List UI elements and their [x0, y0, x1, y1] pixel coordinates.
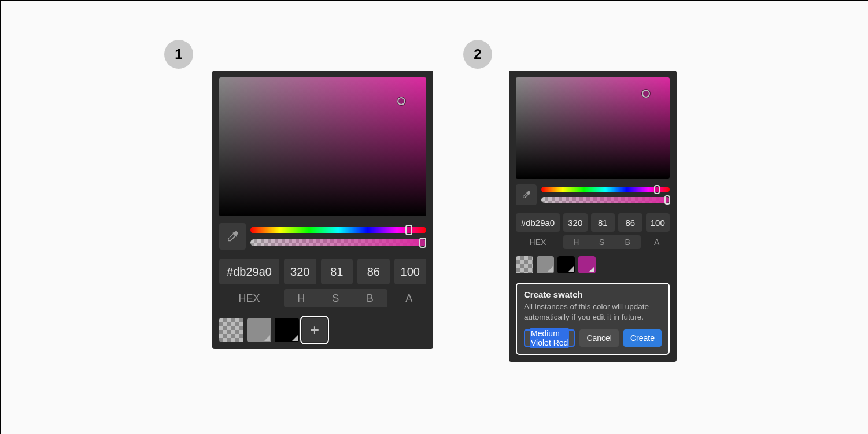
editable-corner-icon	[292, 335, 298, 341]
editable-corner-icon	[589, 266, 594, 272]
popover-title: Create swatch	[524, 290, 662, 299]
a-label: A	[644, 235, 670, 249]
s-label: S	[589, 235, 615, 249]
editable-corner-icon	[568, 266, 574, 272]
editable-corner-icon	[547, 266, 553, 272]
swatch-grey[interactable]	[537, 256, 554, 273]
eyedropper-icon	[522, 190, 531, 199]
alpha-slider-thumb[interactable]	[664, 195, 670, 205]
hex-label: HEX	[516, 235, 560, 249]
swatch-current-color[interactable]	[578, 256, 596, 273]
hex-input[interactable]: #db29a0	[516, 213, 560, 232]
step-badge-2: 2	[463, 40, 492, 69]
editable-corner-icon	[264, 335, 270, 341]
create-swatch-popover: Create swatch All instances of this colo…	[516, 283, 670, 355]
alpha-slider-thumb[interactable]	[419, 238, 426, 248]
swatch-black[interactable]	[275, 318, 299, 342]
h-label: H	[563, 235, 589, 249]
color-picker-panel-1: #db29a0 320 81 86 100 HEX H S B A +	[212, 71, 433, 349]
popover-description: All instances of this color will update …	[524, 302, 662, 322]
hue-slider[interactable]	[541, 187, 670, 192]
swatch-black[interactable]	[557, 256, 575, 273]
b-label: B	[353, 289, 387, 307]
b-label: B	[615, 235, 641, 249]
swatch-name-value: Medium Violet Red	[530, 328, 569, 348]
color-picker-panel-2: #db29a0 320 81 86 100 HEX H S B A	[509, 71, 677, 362]
eyedropper-icon	[226, 230, 239, 243]
hue-input[interactable]: 320	[284, 259, 316, 284]
swatch-transparent[interactable]	[219, 318, 243, 342]
brightness-input[interactable]: 86	[618, 213, 642, 232]
s-label: S	[319, 289, 353, 307]
alpha-slider[interactable]	[250, 239, 426, 246]
saturation-value-area[interactable]	[219, 77, 426, 216]
saturation-input[interactable]: 81	[591, 213, 615, 232]
sv-thumb[interactable]	[642, 90, 650, 98]
alpha-slider[interactable]	[541, 197, 670, 203]
hue-slider-thumb[interactable]	[405, 225, 412, 235]
sv-thumb[interactable]	[397, 97, 405, 105]
a-label: A	[392, 289, 427, 307]
eyedropper-button[interactable]	[516, 184, 537, 205]
alpha-input[interactable]: 100	[646, 213, 670, 232]
step-badge-1: 1	[164, 40, 193, 69]
hue-input[interactable]: 320	[563, 213, 588, 232]
alpha-input[interactable]: 100	[394, 259, 427, 284]
swatch-grey[interactable]	[247, 318, 271, 342]
hue-slider[interactable]	[250, 227, 426, 233]
hex-label: HEX	[219, 289, 279, 307]
swatch-row	[516, 256, 670, 273]
hex-input[interactable]: #db29a0	[219, 259, 279, 284]
eyedropper-button[interactable]	[219, 223, 246, 250]
hue-slider-thumb[interactable]	[654, 185, 660, 194]
brightness-input[interactable]: 86	[357, 259, 390, 284]
create-button[interactable]: Create	[623, 329, 662, 347]
cancel-button[interactable]: Cancel	[579, 329, 619, 347]
saturation-value-area[interactable]	[516, 77, 670, 179]
add-swatch-button[interactable]: +	[302, 318, 327, 342]
swatch-transparent[interactable]	[516, 256, 533, 273]
saturation-input[interactable]: 81	[321, 259, 353, 284]
h-label: H	[284, 289, 319, 307]
swatch-row: +	[219, 318, 426, 342]
swatch-name-input[interactable]: Medium Violet Red	[524, 329, 575, 347]
